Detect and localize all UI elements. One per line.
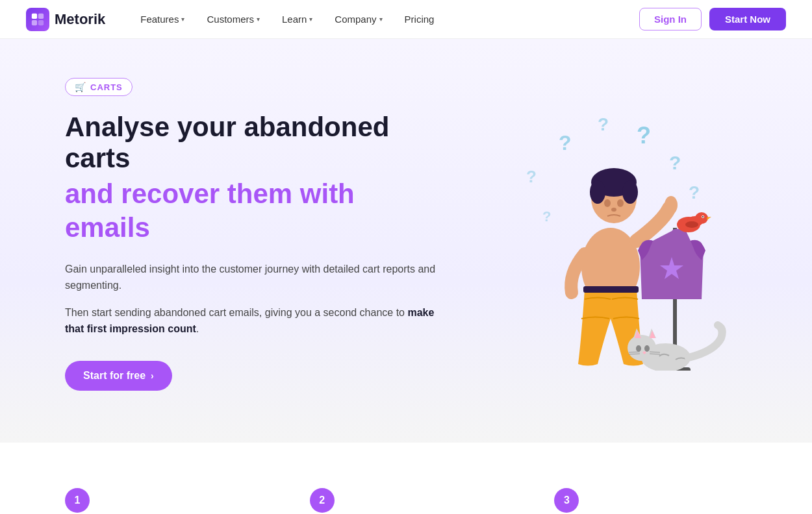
- signin-button[interactable]: Sign In: [639, 8, 702, 31]
- svg-text:?: ?: [689, 182, 700, 202]
- cta-label: Start for free: [83, 370, 146, 382]
- svg-rect-2: [32, 19, 37, 25]
- svg-point-16: [604, 199, 611, 207]
- hero-illustration: ? ? ? ? ? ? ?: [468, 98, 741, 371]
- svg-text:?: ?: [526, 167, 537, 186]
- svg-rect-3: [38, 19, 44, 25]
- start-for-free-button[interactable]: Start for free ›: [65, 361, 172, 391]
- nav-company[interactable]: Company ▾: [325, 8, 391, 30]
- logo[interactable]: Metorik: [26, 8, 105, 31]
- svg-text:?: ?: [542, 208, 551, 225]
- chevron-down-icon: ▾: [181, 16, 184, 23]
- svg-point-18: [611, 208, 616, 212]
- hero-desc2-end: .: [196, 323, 199, 334]
- cart-icon: 🛒: [75, 82, 86, 92]
- step-1-number: 1: [65, 488, 90, 513]
- nav-customers-label: Customers: [207, 14, 254, 25]
- carts-badge: 🛒 CARTS: [65, 78, 133, 96]
- logo-text: Metorik: [55, 11, 105, 28]
- svg-rect-20: [583, 286, 639, 293]
- svg-point-30: [685, 221, 698, 228]
- svg-rect-0: [32, 13, 37, 18]
- nav-links: Features ▾ Customers ▾ Learn ▾ Company ▾…: [131, 8, 639, 30]
- arrow-right-icon: ›: [151, 371, 154, 381]
- nav-company-label: Company: [335, 14, 376, 25]
- step-2-number: 2: [310, 488, 335, 513]
- svg-point-38: [644, 345, 650, 352]
- hero-svg-illustration: ? ? ? ? ? ? ?: [468, 98, 741, 371]
- step-3: 3 Recover those carts 💌 Customers receiv…: [541, 488, 760, 514]
- nav-features[interactable]: Features ▾: [131, 8, 194, 30]
- hero-section: 🛒 CARTS Analyse your abandoned carts and…: [0, 39, 812, 443]
- svg-point-29: [702, 216, 704, 217]
- nav-learn-label: Learn: [282, 14, 307, 25]
- svg-text:?: ?: [637, 122, 651, 149]
- navbar: Metorik Features ▾ Customers ▾ Learn ▾ C…: [0, 0, 812, 39]
- step-2: 2 Send abandoned cart emails ✈️ You can …: [297, 488, 516, 514]
- svg-point-37: [636, 345, 641, 352]
- svg-text:?: ?: [598, 114, 609, 134]
- logo-icon: [26, 8, 49, 31]
- nav-features-label: Features: [140, 14, 179, 25]
- svg-point-26: [695, 212, 708, 224]
- step-3-number: 3: [554, 488, 579, 513]
- chevron-down-icon: ▾: [309, 16, 312, 23]
- step-1: 1 Track every cart 🛒 As soon as a valid …: [52, 488, 271, 514]
- svg-point-17: [617, 199, 624, 207]
- hero-content: 🛒 CARTS Analyse your abandoned carts and…: [65, 78, 442, 391]
- svg-text:?: ?: [559, 131, 572, 154]
- svg-text:?: ?: [669, 152, 681, 173]
- hero-description-2: Then start sending abandoned cart emails…: [65, 304, 442, 337]
- chevron-down-icon: ▾: [257, 16, 260, 23]
- nav-learn[interactable]: Learn ▾: [273, 8, 322, 30]
- svg-rect-1: [38, 13, 44, 18]
- hero-title-line2: and recover them with emails: [65, 177, 442, 245]
- svg-point-15: [622, 180, 638, 204]
- nav-customers[interactable]: Customers ▾: [197, 8, 269, 30]
- chevron-down-icon: ▾: [379, 16, 383, 23]
- steps-section: 1 Track every cart 🛒 As soon as a valid …: [0, 443, 812, 514]
- nav-pricing[interactable]: Pricing: [396, 8, 444, 30]
- hero-description-1: Gain unparalleled insight into the custo…: [65, 261, 442, 294]
- nav-actions: Sign In Start Now: [639, 8, 786, 31]
- hero-desc2-plain: Then start sending abandoned cart emails…: [65, 307, 407, 318]
- hero-title-line1: Analyse your abandoned carts: [65, 112, 442, 175]
- logo-svg: [31, 12, 45, 27]
- svg-point-19: [665, 196, 678, 214]
- nav-pricing-label: Pricing: [405, 14, 435, 25]
- svg-point-32: [628, 335, 656, 361]
- svg-point-14: [590, 180, 605, 204]
- badge-label: CARTS: [90, 82, 123, 92]
- start-now-button[interactable]: Start Now: [709, 8, 786, 31]
